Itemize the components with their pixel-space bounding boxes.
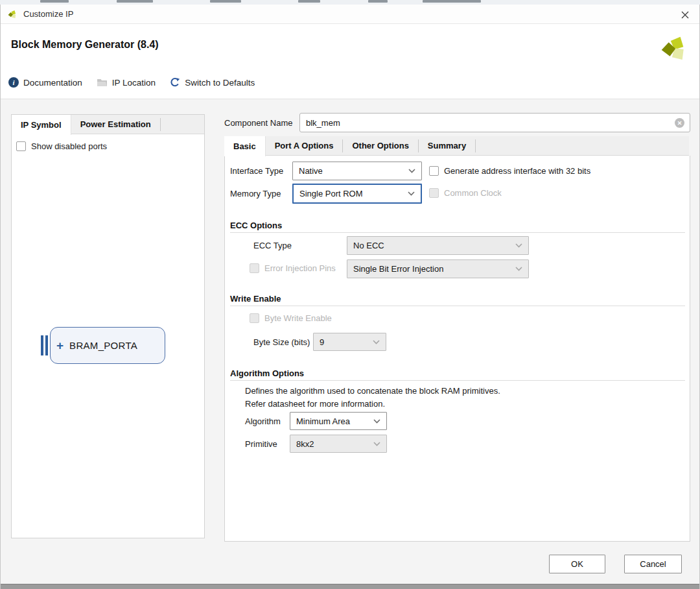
clear-input-icon[interactable]: ✕ [675,118,684,128]
memory-type-select[interactable]: Single Port ROM [292,184,422,204]
generate-address-row: Generate address interface with 32 bits [429,166,590,176]
chevron-down-icon [408,191,415,196]
expand-plus-icon[interactable]: + [56,339,64,352]
error-injection-pins-checkbox [250,263,259,273]
common-clock-row: Common Clock [429,188,502,198]
tab-port-a-options[interactable]: Port A Options [266,136,343,155]
common-clock-label: Common Clock [444,188,502,198]
algorithm-label: Algorithm [245,416,281,426]
background-menu-fragment [40,0,69,3]
tab-ip-symbol[interactable]: IP Symbol [12,115,71,135]
background-menu-fragment [423,0,481,3]
generate-address-checkbox[interactable] [429,166,439,176]
switch-to-defaults-label: Switch to Defaults [185,78,255,88]
section-rule [230,380,685,381]
refresh-icon [170,77,180,88]
bus-pin [41,335,43,355]
interface-type-value: Native [299,166,323,176]
interface-type-select[interactable]: Native [292,162,422,180]
show-disabled-ports-row: Show disabled ports [16,141,107,151]
tab-other-options[interactable]: Other Options [343,136,417,155]
component-name-label: Component Name [224,118,293,128]
ecc-type-select: No ECC [347,236,529,255]
customize-ip-dialog: Customize IP Block Memory Generator (8.4… [0,5,700,589]
close-icon[interactable] [677,7,693,23]
memory-type-label: Memory Type [230,189,281,198]
tab-basic[interactable]: Basic [224,136,266,156]
tab-summary[interactable]: Summary [419,136,475,155]
toolbar: i Documentation IP Location Switch to De… [8,75,269,90]
algorithm-select[interactable]: Minimum Area [290,412,387,430]
show-disabled-ports-checkbox[interactable] [16,141,26,151]
ecc-type-label: ECC Type [253,241,292,250]
background-menu-fragment [117,0,153,3]
component-name-input[interactable] [299,113,690,132]
info-icon: i [8,77,19,88]
section-rule [230,232,685,233]
section-rule [230,306,685,306]
primitive-label: Primitive [245,439,277,449]
ecc-options-heading: ECC Options [230,221,282,230]
chevron-down-icon [373,419,380,424]
tab-power-estimation[interactable]: Power Estimation [71,115,160,134]
dialog-titlebar: Customize IP [1,5,699,24]
chevron-down-icon [373,340,380,344]
byte-write-enable-checkbox [250,313,259,323]
ok-button[interactable]: OK [549,555,605,573]
ip-location-label: IP Location [112,78,156,88]
options-tabstrip: Basic Port A Options Other Options Summa… [224,136,689,156]
bram-porta-block[interactable]: + BRAM_PORTA [50,327,165,364]
algorithm-description-line2: Refer datasheet for more information. [245,399,385,409]
byte-write-enable-label: Byte Write Enable [264,313,332,323]
common-clock-checkbox [429,188,439,198]
background-window-sliver [0,0,700,5]
algorithm-options-heading: Algorithm Options [230,368,304,378]
documentation-button[interactable]: i Documentation [8,77,82,88]
page-title: Block Memory Generator (8.4) [11,39,159,51]
tab-separator [475,139,476,152]
switch-to-defaults-button[interactable]: Switch to Defaults [170,77,255,88]
primitive-value: 8kx2 [296,439,314,449]
write-enable-heading: Write Enable [230,294,281,304]
tab-separator [160,118,161,131]
algorithm-description-line1: Defines the algorithm used to concatenat… [245,386,500,396]
screen: Customize IP Block Memory Generator (8.4… [0,0,700,589]
documentation-label: Documentation [23,78,82,88]
folder-icon [97,78,108,87]
background-menu-fragment [368,0,388,3]
byte-write-enable-row: Byte Write Enable [250,313,332,323]
chevron-down-icon [515,267,522,271]
byte-size-select: 9 [313,333,386,351]
error-injection-pins-row: Error Injection Pins [250,263,336,273]
bram-port-bus-pins [41,335,50,355]
chevron-down-icon [373,442,380,446]
byte-size-value: 9 [320,337,324,347]
error-injection-pins-label: Error Injection Pins [264,263,336,273]
background-menu-fragment [298,0,320,3]
xilinx-logo-large [659,30,690,66]
primitive-select: 8kx2 [290,435,387,453]
ip-symbol-panel: IP Symbol Power Estimation Show disabled… [11,114,205,538]
left-panel-tabstrip: IP Symbol Power Estimation [12,115,204,134]
background-menu-fragment [210,0,241,3]
show-disabled-ports-label: Show disabled ports [31,141,107,151]
cancel-button[interactable]: Cancel [624,555,682,573]
bram-porta-label: BRAM_PORTA [69,340,137,351]
error-injection-select: Single Bit Error Injection [347,259,529,278]
xilinx-logo-icon [7,8,18,20]
memory-type-value: Single Port ROM [299,189,363,198]
chevron-down-icon [408,169,415,173]
ecc-type-value: No ECC [353,241,384,250]
chevron-down-icon [515,243,522,248]
basic-options-panel [224,156,690,542]
generate-address-label: Generate address interface with 32 bits [444,166,590,176]
bus-pin [45,335,48,355]
dialog-title: Customize IP [23,9,73,19]
byte-size-label: Byte Size (bits) [253,337,310,347]
interface-type-label: Interface Type [230,166,283,176]
ip-location-button[interactable]: IP Location [97,78,156,88]
dialog-bottom-edge [1,584,699,589]
error-injection-value: Single Bit Error Injection [353,264,443,274]
algorithm-value: Minimum Area [296,416,350,426]
